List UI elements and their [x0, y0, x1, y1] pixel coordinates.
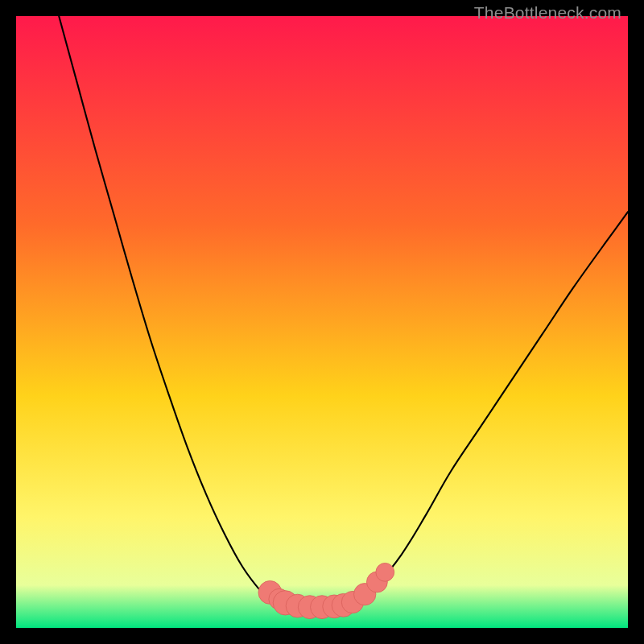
data-marker: [376, 563, 394, 581]
chart-frame: [16, 16, 628, 628]
gradient-background: [16, 16, 628, 628]
bottleneck-chart: [16, 16, 628, 628]
watermark-text: TheBottleneck.com: [474, 3, 621, 23]
